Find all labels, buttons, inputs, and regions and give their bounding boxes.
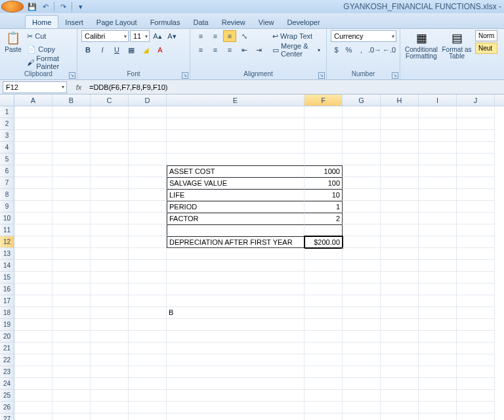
cell[interactable] [167, 284, 304, 295]
cell[interactable] [304, 130, 343, 142]
cell[interactable] [343, 331, 381, 343]
cell[interactable] [91, 165, 129, 177]
cell[interactable] [91, 154, 129, 165]
cell[interactable] [14, 390, 52, 402]
cell[interactable] [14, 213, 52, 224]
row-header[interactable]: 4 [0, 142, 14, 154]
row-header[interactable]: 11 [0, 224, 14, 236]
dialog-launcher-icon[interactable]: ↘ [392, 72, 398, 79]
cell[interactable] [419, 319, 457, 331]
cell[interactable] [167, 354, 304, 366]
cell[interactable] [304, 142, 343, 154]
cell[interactable] [304, 248, 343, 260]
cell[interactable] [14, 366, 52, 378]
cell[interactable] [457, 284, 495, 295]
cell[interactable] [129, 354, 167, 366]
cell[interactable] [304, 331, 343, 343]
cell[interactable] [457, 354, 495, 366]
cell[interactable] [52, 366, 91, 378]
cell[interactable] [419, 189, 457, 201]
tab-formulas[interactable]: Formulas [144, 16, 187, 28]
cell[interactable] [14, 319, 52, 331]
cell[interactable] [457, 402, 495, 413]
cell[interactable] [14, 284, 52, 295]
cell[interactable] [381, 307, 419, 319]
cell[interactable] [457, 213, 495, 224]
tab-page-layout[interactable]: Page Layout [90, 16, 144, 28]
cell[interactable] [129, 331, 167, 343]
cell[interactable] [52, 224, 91, 236]
cell[interactable] [129, 224, 167, 236]
cell[interactable] [14, 307, 52, 319]
col-header-G[interactable]: G [343, 94, 381, 106]
cell[interactable] [457, 118, 495, 130]
align-right-icon[interactable]: ≡ [223, 44, 236, 56]
cell[interactable] [91, 248, 129, 260]
cell[interactable] [52, 189, 91, 201]
cell[interactable] [91, 118, 129, 130]
cell[interactable] [52, 248, 91, 260]
row-header[interactable]: 19 [0, 319, 14, 331]
tab-data[interactable]: Data [186, 16, 215, 28]
cell[interactable] [381, 343, 419, 354]
cell[interactable] [304, 260, 343, 272]
cell[interactable] [419, 201, 457, 213]
col-header-F[interactable]: F [304, 94, 343, 106]
cell[interactable] [457, 165, 495, 177]
cell[interactable] [304, 402, 343, 413]
cell[interactable] [52, 201, 91, 213]
cell[interactable] [343, 366, 381, 378]
cell[interactable] [419, 213, 457, 224]
cell[interactable] [167, 319, 304, 331]
format-as-table-button[interactable]: ▤Format as Table [441, 30, 472, 60]
row-header[interactable]: 1 [0, 106, 14, 118]
cell[interactable] [14, 118, 52, 130]
cell[interactable] [167, 106, 304, 118]
cell[interactable] [52, 177, 91, 189]
cell[interactable] [52, 331, 91, 343]
cell[interactable]: ASSET COST [167, 165, 304, 177]
cell[interactable] [457, 366, 495, 378]
cell[interactable] [52, 272, 91, 284]
cell[interactable] [304, 413, 343, 420]
cell[interactable] [91, 366, 129, 378]
cell[interactable] [91, 284, 129, 295]
cell[interactable] [52, 284, 91, 295]
decrease-font-icon[interactable]: A▾ [165, 30, 178, 42]
align-left-icon[interactable]: ≡ [194, 44, 207, 56]
cell[interactable] [419, 177, 457, 189]
cell[interactable]: 1000 [304, 165, 343, 177]
cell[interactable] [381, 236, 419, 248]
cell[interactable]: 1 [304, 201, 343, 213]
cell[interactable] [52, 142, 91, 154]
cell[interactable] [343, 142, 381, 154]
cell[interactable] [304, 307, 343, 319]
cell[interactable] [167, 295, 304, 307]
cell[interactable] [457, 390, 495, 402]
cell[interactable] [304, 366, 343, 378]
cell[interactable] [457, 413, 495, 420]
cell[interactable] [419, 343, 457, 354]
cell[interactable] [419, 295, 457, 307]
cell[interactable] [129, 142, 167, 154]
row-header[interactable]: 8 [0, 189, 14, 201]
col-header-E[interactable]: E [167, 94, 304, 106]
cell[interactable] [381, 319, 419, 331]
cell[interactable] [91, 272, 129, 284]
cell[interactable] [129, 260, 167, 272]
cell[interactable] [381, 224, 419, 236]
cell[interactable] [91, 201, 129, 213]
cell[interactable] [457, 248, 495, 260]
style-normal[interactable]: Norm [475, 30, 497, 41]
cell[interactable] [343, 413, 381, 420]
cell[interactable] [14, 201, 52, 213]
row-header[interactable]: 10 [0, 213, 14, 224]
row-header[interactable]: 21 [0, 343, 14, 354]
cell[interactable]: LIFE [167, 189, 304, 201]
cell[interactable] [304, 118, 343, 130]
cell[interactable] [14, 331, 52, 343]
cell[interactable] [457, 343, 495, 354]
cell[interactable] [419, 142, 457, 154]
cell[interactable] [52, 260, 91, 272]
cell[interactable] [343, 354, 381, 366]
